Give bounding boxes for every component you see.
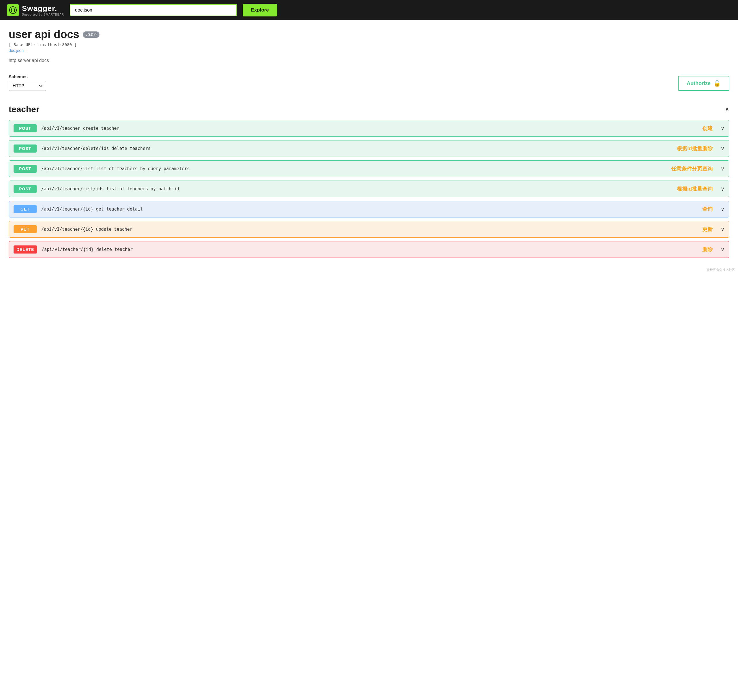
watermark: @极客兔兔技术社区 xyxy=(0,266,738,274)
schemes-group: Schemes HTTP HTTPS xyxy=(9,74,46,91)
section-header: teacher ∧ xyxy=(9,104,729,114)
search-bar xyxy=(70,4,237,16)
swagger-logo-icon: {;} xyxy=(7,4,19,16)
method-badge-post: POST xyxy=(13,124,37,132)
schemes-label: Schemes xyxy=(9,74,46,79)
explore-button[interactable]: Explore xyxy=(243,4,277,16)
api-row[interactable]: PUT /api/v1/teacher/{id} update teacher … xyxy=(9,221,729,238)
expand-icon: ∨ xyxy=(721,206,725,212)
method-badge-put: PUT xyxy=(13,225,37,233)
schemes-authorize-row: Schemes HTTP HTTPS Authorize 🔓 xyxy=(0,66,738,96)
api-path: /api/v1/teacher/delete/ids delete teache… xyxy=(41,146,650,151)
expand-icon: ∨ xyxy=(721,246,725,253)
api-desc-cn: 更新 xyxy=(655,226,713,233)
expand-icon: ∨ xyxy=(721,186,725,192)
doc-link[interactable]: doc.json xyxy=(9,48,729,53)
expand-icon: ∨ xyxy=(721,226,725,232)
api-path: /api/v1/teacher/{id} get teacher detail xyxy=(41,206,650,212)
teacher-section: teacher ∧ POST /api/v1/teacher create te… xyxy=(0,96,738,266)
expand-icon: ∨ xyxy=(721,166,725,172)
api-row[interactable]: DELETE /api/v1/teacher/{id} delete teach… xyxy=(9,241,729,258)
expand-icon: ∨ xyxy=(721,125,725,131)
base-url: [ Base URL: localhost:8080 ] xyxy=(9,43,729,47)
info-section: user api docs v0.0.0 [ Base URL: localho… xyxy=(0,20,738,66)
search-input[interactable] xyxy=(70,4,237,16)
api-path: /api/v1/teacher/{id} delete teacher xyxy=(41,247,650,252)
api-desc-cn: 任意条件分页查询 xyxy=(655,165,713,172)
method-badge-delete: DELETE xyxy=(13,246,37,253)
api-title-row: user api docs v0.0.0 xyxy=(9,28,729,41)
collapse-chevron-icon[interactable]: ∧ xyxy=(725,106,729,113)
swagger-sub: Supported by SMARTBEAR xyxy=(22,13,64,16)
api-desc-cn: 根据id批量删除 xyxy=(655,145,713,152)
api-row[interactable]: POST /api/v1/teacher/list list of teache… xyxy=(9,160,729,177)
api-row[interactable]: POST /api/v1/teacher/list/ids list of te… xyxy=(9,181,729,197)
api-desc-cn: 删除 xyxy=(655,246,713,253)
method-badge-post: POST xyxy=(13,165,37,173)
api-desc-cn: 创建 xyxy=(655,125,713,132)
api-path: /api/v1/teacher create teacher xyxy=(41,126,650,131)
api-list: POST /api/v1/teacher create teacher 创建 ∨… xyxy=(9,120,729,258)
api-row[interactable]: GET /api/v1/teacher/{id} get teacher det… xyxy=(9,201,729,218)
authorize-button[interactable]: Authorize 🔓 xyxy=(678,76,729,91)
api-path: /api/v1/teacher/list/ids list of teacher… xyxy=(41,186,650,191)
api-title-text: user api docs xyxy=(9,28,79,41)
method-badge-get: GET xyxy=(13,205,37,213)
api-path: /api/v1/teacher/list list of teachers by… xyxy=(41,166,650,171)
api-description: http server api docs xyxy=(9,58,729,63)
api-row[interactable]: POST /api/v1/teacher create teacher 创建 ∨ xyxy=(9,120,729,137)
swagger-name: Swagger. xyxy=(22,4,64,13)
api-path: /api/v1/teacher/{id} update teacher xyxy=(41,227,650,232)
expand-icon: ∨ xyxy=(721,146,725,152)
version-badge: v0.0.0 xyxy=(83,31,100,38)
api-desc-cn: 查询 xyxy=(655,206,713,213)
schemes-select[interactable]: HTTP HTTPS xyxy=(9,81,46,91)
api-desc-cn: 根据id批量查询 xyxy=(655,185,713,193)
method-badge-post: POST xyxy=(13,185,37,193)
logo-text: Swagger. Supported by SMARTBEAR xyxy=(22,4,64,16)
section-title: teacher xyxy=(9,104,40,114)
api-row[interactable]: POST /api/v1/teacher/delete/ids delete t… xyxy=(9,140,729,157)
svg-text:{;}: {;} xyxy=(11,8,15,12)
logo-area: {;} Swagger. Supported by SMARTBEAR xyxy=(7,4,64,16)
lock-icon: 🔓 xyxy=(713,80,721,87)
header: {;} Swagger. Supported by SMARTBEAR Expl… xyxy=(0,0,738,20)
authorize-label: Authorize xyxy=(687,81,711,87)
method-badge-post: POST xyxy=(13,144,37,153)
